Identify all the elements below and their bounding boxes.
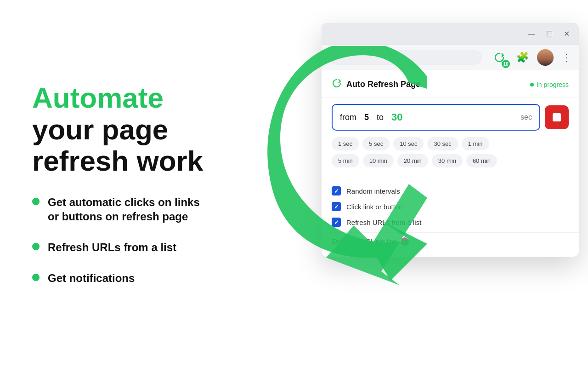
plugin-panel: Auto Refresh Page In progress from 5 to … — [322, 70, 579, 257]
address-bar-placeholder — [329, 50, 482, 65]
quick-select: 1 sec 5 sec 10 sec 30 sec 1 min 5 min 10… — [322, 137, 579, 173]
interval-row: from 5 to 30 sec — [322, 98, 579, 137]
status-text: In progress — [537, 81, 569, 88]
checkmark-2: ✓ — [334, 203, 339, 210]
feature-item-2: Refresh URLs from a list — [32, 240, 211, 254]
plugin-refresh-icon — [332, 78, 342, 91]
from-label: from — [340, 113, 356, 122]
url-label-row: Enter one URL per line i — [332, 237, 569, 246]
pill-30min[interactable]: 30 min — [432, 154, 463, 167]
url-label-text: Enter one URL per line — [332, 238, 397, 245]
browser-titlebar: — ☐ ✕ — [322, 23, 579, 45]
checkbox-label-2: Click link or button — [346, 203, 403, 211]
user-avatar[interactable] — [537, 49, 554, 66]
headline-line1: your page refresh work — [32, 114, 203, 177]
feature-text-2: Refresh URLs from a list — [48, 240, 176, 254]
puzzle-icon: 🧩 — [516, 52, 529, 63]
feature-text-3: Get notifications — [48, 271, 135, 285]
stop-button[interactable] — [545, 105, 569, 129]
feature-item-3: Get notifications — [32, 271, 211, 285]
plugin-title-wrap: Auto Refresh Page — [332, 78, 420, 91]
url-section: Enter one URL per line i — [322, 232, 579, 257]
feature-list: Get automatic clicks on links or buttons… — [32, 195, 211, 286]
checkbox-icon-3: ✓ — [332, 218, 341, 227]
checkbox-random-intervals[interactable]: ✓ Random intervals — [332, 186, 569, 196]
interval-input[interactable]: from 5 to 30 sec — [332, 104, 540, 131]
checkbox-click-link[interactable]: ✓ Click link or button — [332, 202, 569, 211]
to-label: to — [377, 113, 384, 122]
bullet-2 — [32, 243, 40, 250]
browser-window: — ☐ ✕ 10 🧩 — [322, 23, 579, 257]
refresh-badge: 10 — [502, 60, 510, 68]
bullet-3 — [32, 274, 40, 281]
checkbox-icon-1: ✓ — [332, 186, 341, 196]
pills-row-2: 5 min 10 min 20 min 30 min 60 min — [332, 154, 569, 167]
pill-60min[interactable]: 60 min — [466, 154, 497, 167]
headline-green: Automate — [32, 82, 164, 114]
plugin-title: Auto Refresh Page — [346, 80, 420, 89]
checkbox-section: ✓ Random intervals ✓ Click link or butto… — [322, 181, 579, 232]
to-value: 30 — [391, 111, 402, 123]
pill-1sec[interactable]: 1 sec — [332, 137, 359, 150]
extensions-icon[interactable]: 🧩 — [516, 52, 529, 63]
close-button[interactable]: ✕ — [562, 28, 571, 40]
checkbox-label-3: Refresh URLs from a list — [346, 218, 421, 226]
main-headline: Automate your page refresh work — [32, 82, 211, 177]
checkmark-3: ✓ — [334, 219, 339, 226]
status-badge: In progress — [530, 81, 569, 88]
feature-item-1: Get automatic clicks on links or buttons… — [32, 195, 211, 224]
checkbox-label-1: Random intervals — [346, 187, 400, 195]
pill-10min[interactable]: 10 min — [363, 154, 394, 167]
divider-1 — [322, 177, 579, 177]
minimize-button[interactable]: — — [526, 28, 537, 40]
browser-toolbar: 10 🧩 ⋮ — [322, 45, 579, 70]
pill-20min[interactable]: 20 min — [397, 154, 428, 167]
pills-row-1: 1 sec 5 sec 10 sec 30 sec 1 min — [332, 137, 569, 150]
right-panel: — ☐ ✕ 10 🧩 — [239, 0, 588, 368]
unit-label: sec — [520, 113, 532, 121]
stop-icon — [553, 113, 561, 121]
status-dot — [530, 83, 534, 86]
feature-text-1: Get automatic clicks on links or buttons… — [48, 195, 211, 224]
from-value: 5 — [364, 113, 369, 122]
pill-5min[interactable]: 5 min — [332, 154, 359, 167]
more-menu-icon[interactable]: ⋮ — [562, 52, 571, 63]
pill-10sec[interactable]: 10 sec — [393, 137, 424, 150]
pill-1min[interactable]: 1 min — [462, 137, 489, 150]
checkbox-icon-2: ✓ — [332, 202, 341, 211]
pill-30sec[interactable]: 30 sec — [427, 137, 458, 150]
info-icon[interactable]: i — [401, 237, 409, 246]
checkbox-refresh-urls[interactable]: ✓ Refresh URLs from a list — [332, 218, 569, 227]
checkmark-1: ✓ — [334, 188, 339, 195]
maximize-button[interactable]: ☐ — [544, 28, 554, 40]
bullet-1 — [32, 198, 40, 205]
left-panel: Automate your page refresh work Get auto… — [0, 55, 239, 313]
avatar-face — [537, 49, 554, 66]
pill-5sec[interactable]: 5 sec — [362, 137, 390, 150]
plugin-header: Auto Refresh Page In progress — [322, 70, 579, 98]
extension-icon-refresh[interactable]: 10 — [491, 49, 508, 66]
